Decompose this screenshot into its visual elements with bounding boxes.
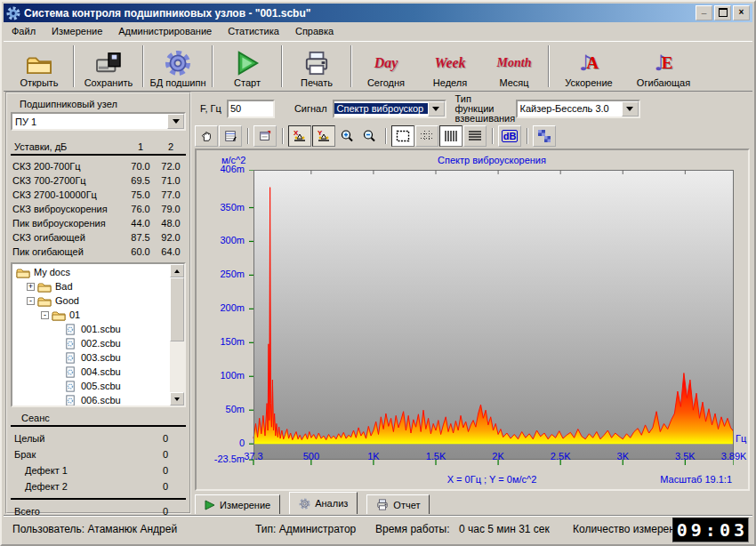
tab-report[interactable]: Отчет (366, 494, 430, 514)
properties-button[interactable] (253, 125, 277, 147)
start-button[interactable]: Старт (215, 42, 279, 91)
y-scale-button[interactable]: Y (312, 125, 335, 147)
collapse-minus-icon[interactable]: - (27, 297, 35, 305)
session-row: Брак0 (11, 446, 186, 462)
main-panel: F, Гц Сигнал Спектр виброускор Тип функц… (193, 92, 751, 514)
print-button[interactable]: Печать (285, 42, 349, 91)
envelope-note-icon: ♪E (654, 49, 672, 77)
x-axis-unit-label: Гц (736, 433, 746, 444)
left-panel: Подшипниковый узел ПУ 1 Уставки, дБ 1 2 … (5, 92, 191, 514)
menu-bar: Файл Измерение Администрирование Статист… (4, 22, 752, 40)
play-icon (205, 500, 215, 510)
frequency-input[interactable] (227, 100, 275, 118)
scbu-file-icon (64, 365, 77, 379)
close-button[interactable]: × (733, 5, 750, 20)
scale-readout: Масштаб 19.1:1 (660, 474, 732, 485)
menu-statistics[interactable]: Статистика (220, 24, 287, 38)
tree-item-01[interactable]: - 01 (14, 308, 169, 322)
scroll-down-button[interactable] (170, 392, 184, 405)
open-button[interactable]: Открыть (7, 42, 71, 91)
scrollbar-thumb[interactable] (170, 277, 184, 341)
expand-plus-icon[interactable]: + (27, 283, 35, 291)
toolbar-separator (281, 45, 283, 87)
zoom-in-button[interactable] (336, 126, 358, 146)
acceleration-button[interactable]: ♪A Ускорение (551, 42, 626, 91)
chevron-down-icon[interactable] (167, 114, 184, 129)
chevron-down-icon[interactable] (622, 101, 639, 116)
maximize-button[interactable] (714, 5, 731, 20)
report-table-icon (224, 130, 237, 142)
pan-hand-button[interactable] (195, 125, 218, 147)
tree-item-file[interactable]: 003.scbu (14, 350, 169, 365)
menu-administration[interactable]: Администрирование (110, 24, 220, 38)
tree-item-file[interactable]: 001.scbu (14, 322, 169, 336)
toolbar-separator (212, 45, 213, 87)
menu-measurement[interactable]: Измерение (44, 24, 110, 38)
envelope-button[interactable]: ♪E Огибающая (626, 42, 701, 91)
bearing-unit-label: Подшипниковый узел (20, 99, 186, 109)
scbu-file-icon (64, 337, 77, 350)
today-button[interactable]: Day Сегодня (354, 42, 418, 91)
spectrum-plot[interactable] (248, 170, 734, 467)
signal-label: Сигнал (294, 103, 327, 114)
tree-scrollbar[interactable] (170, 264, 184, 405)
tree-item-file[interactable]: 005.scbu (14, 379, 169, 393)
tree-item-file[interactable]: 004.scbu (14, 365, 169, 379)
y-axis-tick-label: 250m (202, 269, 245, 279)
scbu-file-icon (64, 380, 77, 393)
toolbar-separator (142, 45, 144, 87)
minimize-button[interactable]: _ (696, 5, 712, 20)
setpoint-row: СКЗ 2700-10000Гц75.077.0 (11, 188, 186, 202)
horizontal-lines-icon (468, 130, 482, 142)
divider (11, 154, 186, 156)
zoom-out-button[interactable] (358, 126, 380, 146)
chart-title: Спектр виброускорения (252, 155, 732, 165)
title-bar[interactable]: Система контроля подшипниковых узлов - "… (4, 4, 752, 22)
tab-analysis[interactable]: Анализ (289, 492, 358, 514)
horizontal-grid-button[interactable] (463, 125, 487, 147)
tree-item-file[interactable]: 002.scbu (14, 336, 169, 350)
week-icon: Week (434, 55, 465, 71)
x-axis-tick-label: 3K (600, 451, 645, 462)
db-scale-button[interactable]: dB (498, 125, 521, 147)
bearing-db-button[interactable]: БД подшипн (146, 42, 210, 91)
tree-item-mydocs[interactable]: My docs (14, 265, 169, 279)
signal-select[interactable]: Спектр виброускор (333, 100, 446, 118)
db-icon: dB (502, 130, 519, 142)
month-icon: Month (497, 56, 532, 70)
tree-item-bad[interactable]: + Bad (14, 279, 169, 293)
y-axis-tick-label: 406m (202, 164, 245, 174)
tab-measurement[interactable]: Измерение (195, 494, 280, 514)
transform-button[interactable] (533, 125, 556, 147)
x-axis-tick-label: 2K (476, 451, 520, 462)
bearing-unit-select[interactable]: ПУ 1 (11, 112, 186, 131)
collapse-minus-icon[interactable]: - (41, 311, 49, 319)
menu-help[interactable]: Справка (287, 24, 342, 38)
spectrum-chart[interactable]: Спектр виброускорения м/с^2 Гц X = 0Гц ;… (195, 149, 750, 491)
signal-controls: F, Гц Сигнал Спектр виброускор Тип функц… (193, 93, 751, 124)
chevron-down-icon[interactable] (428, 101, 445, 116)
data-table-button[interactable] (219, 125, 242, 147)
tree-item-file[interactable]: 006.scbu (14, 393, 169, 407)
start-play-icon (234, 49, 261, 77)
vertical-grid-button[interactable] (439, 125, 462, 147)
month-button[interactable]: Month Месяц (482, 42, 546, 91)
weighting-select[interactable]: Кайзер-Бессель 3.0 (516, 100, 640, 118)
divider (11, 498, 186, 500)
save-icon (95, 49, 122, 77)
status-count-label: Количество измерений (573, 516, 687, 542)
grid-dots-button[interactable] (415, 125, 438, 147)
vertical-lines-icon (444, 130, 458, 142)
open-folder-icon (26, 49, 52, 77)
week-button[interactable]: Week Неделя (418, 42, 482, 91)
x-scale-button[interactable]: X (288, 125, 311, 147)
border-frame-button[interactable] (391, 125, 414, 147)
scroll-up-button[interactable] (170, 264, 184, 277)
y-axis-tick-label: 0 (202, 438, 245, 448)
y-axis-tick-label: 350m (202, 202, 245, 213)
status-bar: Пользователь: Атаманюк Андрей Тип: Админ… (4, 515, 752, 542)
tree-item-good[interactable]: - Good (14, 293, 169, 308)
folder-icon (52, 309, 66, 321)
save-button[interactable]: Сохранить (76, 42, 141, 91)
menu-file[interactable]: Файл (4, 24, 44, 38)
